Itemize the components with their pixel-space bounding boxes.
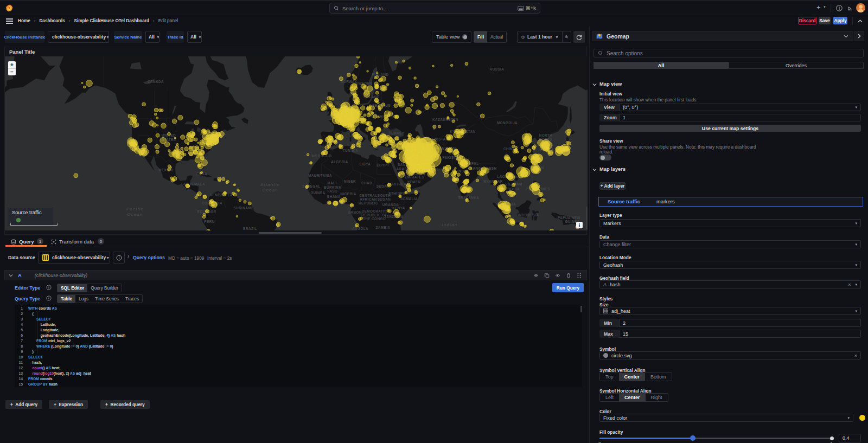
svg-text:MEXICO: MEXICO [158, 168, 174, 172]
svg-text:Ocean: Ocean [127, 212, 143, 217]
svg-text:REPUBLIC OF: REPUBLIC OF [361, 213, 387, 217]
svg-text:GHANA: GHANA [327, 195, 340, 198]
svg-text:ANGOLA: ANGOLA [352, 227, 368, 230]
svg-text:KENYA: KENYA [392, 206, 405, 210]
svg-text:BURKINA: BURKINA [324, 185, 341, 189]
svg-text:CANADA: CANADA [148, 80, 164, 84]
svg-text:EMIRATES: EMIRATES [405, 175, 424, 179]
svg-text:MAURITANIA: MAURITANIA [308, 174, 332, 177]
svg-text:GUINEA: GUINEA [310, 191, 325, 195]
svg-text:ZAMBIA: ZAMBIA [375, 226, 390, 229]
svg-text:DEMOCRATIC: DEMOCRATIC [362, 209, 387, 213]
svg-text:TUNISIA: TUNISIA [343, 149, 358, 152]
svg-text:THE CONGO: THE CONGO [363, 217, 386, 221]
svg-text:RUSSIA: RUSSIA [490, 67, 505, 71]
svg-text:Pacific: Pacific [126, 207, 144, 211]
svg-text:ETHIOPIA: ETHIOPIA [388, 191, 406, 195]
svg-text:EGYPT: EGYPT [376, 163, 390, 167]
svg-text:SOMALIA: SOMALIA [400, 197, 418, 201]
svg-text:Indian: Indian [442, 222, 458, 227]
svg-text:SRI LANKA: SRI LANKA [458, 196, 479, 200]
svg-text:UGANDA: UGANDA [382, 203, 399, 207]
svg-text:NIGER: NIGER [344, 179, 356, 183]
svg-text:SENEGAL: SENEGAL [302, 184, 321, 188]
svg-text:SUDAN: SUDAN [378, 197, 391, 201]
svg-text:FINLAND: FINLAND [372, 73, 389, 76]
svg-text:FASO: FASO [328, 189, 338, 193]
svg-text:Ocean: Ocean [262, 188, 278, 192]
svg-text:BRAZIL: BRAZIL [243, 227, 257, 230]
svg-text:VENEZUELA: VENEZUELA [210, 193, 233, 197]
svg-text:TURKEY: TURKEY [389, 131, 405, 135]
svg-text:SURINAME: SURINAME [233, 206, 253, 210]
svg-text:CHAD: CHAD [361, 181, 372, 185]
svg-text:REPUBLIC: REPUBLIC [359, 201, 378, 205]
svg-text:GUATEMALA: GUATEMALA [181, 182, 205, 186]
svg-text:CENTRAL: CENTRAL [359, 194, 377, 197]
svg-text:LIBYA: LIBYA [360, 162, 371, 166]
svg-text:PERU: PERU [204, 220, 214, 223]
svg-text:ALGERIA: ALGERIA [331, 160, 348, 164]
svg-text:NIGERIA: NIGERIA [340, 192, 356, 196]
svg-text:PAPUA NEW: PAPUA NEW [558, 216, 580, 220]
svg-text:MONGOLIA: MONGOLIA [497, 121, 518, 125]
svg-text:SOUTH: SOUTH [378, 194, 391, 197]
svg-text:NORWAY: NORWAY [341, 80, 358, 84]
svg-text:INDONESIA: INDONESIA [518, 213, 539, 217]
svg-text:MALI: MALI [327, 181, 336, 185]
svg-text:GABON: GABON [348, 210, 362, 214]
svg-text:NORTH: NORTH [539, 133, 553, 137]
svg-text:ERITREA: ERITREA [390, 182, 407, 186]
svg-text:MYANMAR: MYANMAR [483, 179, 502, 183]
svg-text:AFRICAN: AFRICAN [360, 197, 376, 201]
svg-text:Atlantic: Atlantic [260, 182, 280, 187]
